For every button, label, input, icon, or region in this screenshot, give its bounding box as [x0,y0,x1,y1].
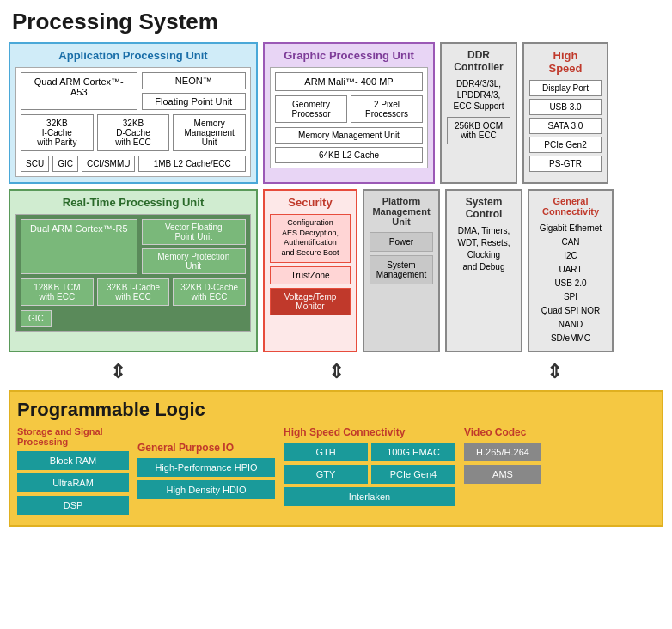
gpu-title: Graphic Processing Unit [270,49,428,62]
pl-vc-title: Video Codec [464,426,541,438]
pl-h265: H.265/H.264 [464,443,541,461]
pl-100gemac: 100G EMAC [371,443,455,461]
gpu-box: Graphic Processing Unit ARM Mali™- 400 M… [263,42,435,184]
page-title: Processing System [9,9,663,35]
apu-cortex: Quad ARM Cortex™-A53 [21,72,137,110]
rtu-row2: 128KB TCMwith ECC 32KB I-Cachewith ECC 3… [21,278,246,306]
gpu-row2: GeometryProcessor 2 PixelProcessors [275,95,423,123]
rtu-icache: 32KB I-Cachewith ECC [97,278,170,306]
apu-inner: Quad ARM Cortex™-A53 NEON™ Floating Poin… [15,67,251,177]
pl-hsc: High Speed Connectivity GTH 100G EMAC GT… [284,426,455,518]
rtu-vfpu-label: Vector FloatingPoint Unit [142,219,247,245]
hs-title: HighSpeed [529,49,602,75]
apu-fpu: Floating Point Unit [142,93,247,110]
rtu-row3: GIC [21,310,246,327]
pmu-power: Power [370,232,433,252]
apu-cache1: 32KBI-Cachewith Parity [21,114,94,151]
arrow-2: ⇕ [328,361,344,383]
gc-uart: UART [535,263,607,277]
rtu-dcache: 32KB D-Cachewith ECC [173,278,246,306]
gc-can: CAN [535,235,607,249]
rtu-cortex: Dual ARM Cortex™-R5 [21,219,137,274]
rtu-title: Real-Time Processing Unit [15,196,251,209]
top-section: Application Processing Unit Quad ARM Cor… [9,42,663,184]
pmu-sysmgmt: SystemManagement [370,255,433,284]
hs-usb30: USB 3.0 [529,99,602,115]
apu-neon: NEON™ [142,72,247,89]
pl-hpio: High-Performance HPIO [137,458,275,477]
hs-pcie: PCIe Gen2 [529,137,602,153]
pl-interlaken: Interlaken [284,487,455,506]
gc-nand: NAND [535,318,607,332]
gpu-geom: GeometryProcessor [275,95,347,123]
ddr-box: DDRController DDR4/3/3L,LPDDR4/3,ECC Sup… [440,42,517,184]
arrow-3: ⇕ [547,361,562,383]
gc-usb2: USB 2.0 [535,277,607,290]
hs-box: HighSpeed Display Port USB 3.0 SATA 3.0 … [522,42,608,184]
gc-eth: Gigabit Ethernet [535,222,607,235]
apu-row3: SCU GIC CCI/SMMU 1MB L2 Cache/ECC [21,156,246,172]
arrow-1: ⇕ [110,361,125,383]
gc-sd: SD/eMMC [535,332,607,345]
apu-l2: 1MB L2 Cache/ECC [138,156,246,172]
gpu-pixel: 2 PixelProcessors [351,95,423,123]
pl-ultraram: UltraRAM [17,473,129,492]
gpu-l2: 64KB L2 Cache [275,147,423,163]
gc-i2c: I2C [535,249,607,263]
pl-gio: General Purpose IO High-Performance HPIO… [137,426,275,518]
pl-hsc-title: High Speed Connectivity [284,426,455,438]
gpu-mmu: Memory Management Unit [275,127,423,144]
sec-tz: TrustZone [270,266,351,284]
pl-title: Programmable Logic [17,399,655,421]
hs-psgtr: PS-GTR [529,156,602,172]
pl-pcie-gen4: PCIe Gen4 [371,465,455,484]
apu-neon-fp: NEON™ Floating Point Unit [142,72,247,110]
apu-scu: SCU [21,156,49,172]
pl-storage: Storage and Signal Processing Block RAM … [17,426,129,518]
pl-hdio: High Density HDIO [137,480,275,499]
ddr-ocm: 256KB OCMwith ECC [447,117,510,144]
hs-sata: SATA 3.0 [529,118,602,134]
apu-mmu: MemoryManagementUnit [173,114,246,151]
apu-box: Application Processing Unit Quad ARM Cor… [9,42,258,184]
hs-display-port: Display Port [529,80,602,96]
rtu-gic: GIC [21,310,52,327]
apu-cache2: 32KBD-Cachewith ECC [97,114,170,151]
sec-title: Security [270,196,351,209]
rtu-tcm: 128KB TCMwith ECC [21,278,94,306]
apu-cci: CCI/SMMU [82,156,136,172]
pl-blockram: Block RAM [17,451,129,470]
gpu-inner: ARM Mali™- 400 MP GeometryProcessor 2 Pi… [270,67,428,168]
pl-gio-title: General Purpose IO [137,442,275,454]
pl-storage-title: Storage and Signal Processing [17,426,129,447]
apu-gic: GIC [52,156,78,172]
ddr-title: DDRController [447,49,510,73]
gc-box: GeneralConnectivity Gigabit Ethernet CAN… [528,189,614,352]
rtu-inner: Dual ARM Cortex™-R5 Vector FloatingPoint… [15,214,251,332]
sec-config: ConfigurationAES Decryption,Authentifica… [270,214,351,263]
pl-ams: AMS [464,465,541,484]
gc-title: GeneralConnectivity [535,196,607,217]
gc-qspi: Quad SPI NOR [535,304,607,318]
rtu-row1: Dual ARM Cortex™-R5 Vector FloatingPoint… [21,219,246,274]
sc-box: SystemControl DMA, Timers,WDT, Resets,Cl… [445,189,522,352]
rtu-box: Real-Time Processing Unit Dual ARM Corte… [9,189,258,352]
ddr-content: DDR4/3/3L,LPDDR4/3,ECC Support [447,78,510,112]
pl-gty: GTY [284,465,368,484]
gpu-mali: ARM Mali™- 400 MP [275,72,423,91]
apu-title: Application Processing Unit [15,49,251,62]
pmu-box: PlatformManagementUnit Power SystemManag… [363,189,440,352]
pl-gth: GTH [284,443,368,461]
sec-vtm: Voltage/TempMonitor [270,288,351,315]
arrow-row: ⇕ ⇕ ⇕ [9,357,663,387]
pmu-title: PlatformManagementUnit [370,196,433,227]
pl-content: Storage and Signal Processing Block RAM … [17,426,655,518]
sc-title: SystemControl [452,196,516,220]
rtu-mpu: Memory ProtectionUnit [142,248,247,274]
pl-hsc-grid: GTH 100G EMAC GTY PCIe Gen4 Interlaken [284,443,455,506]
rtu-vfpu: Vector FloatingPoint Unit Memory Protect… [142,219,247,274]
sec-box: Security ConfigurationAES Decryption,Aut… [263,189,357,352]
gc-spi: SPI [535,290,607,304]
apu-row2: 32KBI-Cachewith Parity 32KBD-Cachewith E… [21,114,246,151]
bottom-top-section: Real-Time Processing Unit Dual ARM Corte… [9,189,663,352]
